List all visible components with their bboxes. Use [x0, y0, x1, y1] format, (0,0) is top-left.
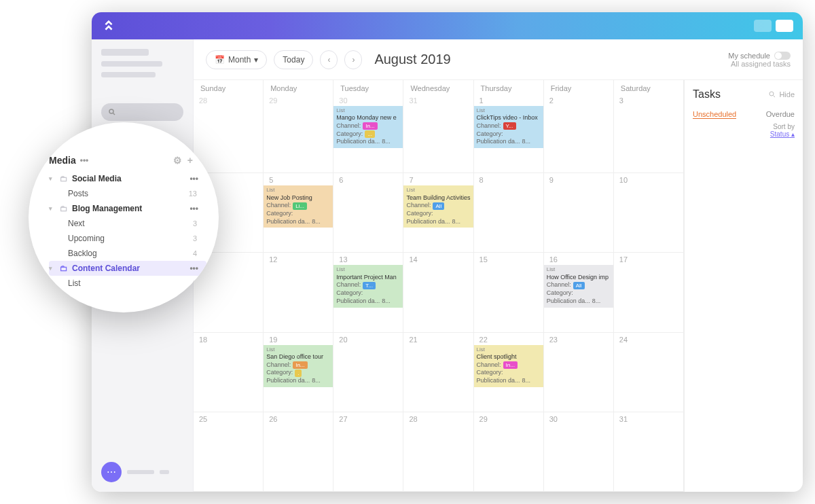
calendar-cell[interactable]: 3 [614, 94, 684, 173]
calendar-cell[interactable]: 15 [474, 253, 544, 332]
calendar-cell[interactable]: 17 [614, 253, 684, 332]
publication-label: Publication da... [477, 377, 520, 385]
list-name: Next [68, 219, 85, 228]
calendar-cell[interactable]: 31 [403, 94, 473, 173]
calendar-cell[interactable]: 9 [544, 173, 614, 253]
tab-overdue[interactable]: Overdue [766, 110, 795, 119]
today-button[interactable]: Today [274, 50, 313, 69]
date-number: 24 [614, 334, 683, 345]
folder-item[interactable]: ▾🗀Social Media••• [49, 171, 206, 186]
calendar-cell[interactable]: 26 [264, 412, 333, 492]
category-chip: . [295, 370, 302, 377]
task-card[interactable]: ListSan Diego office tourChannel: In...C… [264, 345, 333, 387]
calendar-cell[interactable]: 2 [544, 94, 614, 173]
calendar-cell[interactable]: 14 [403, 253, 473, 332]
calendar-cell[interactable]: 25 [194, 412, 264, 492]
calendar-cell[interactable]: 10 [614, 173, 684, 253]
list-item[interactable]: Posts13 [49, 186, 206, 201]
calendar-cell[interactable]: 21 [403, 333, 473, 412]
calendar-cell[interactable]: 20 [333, 333, 403, 412]
date-number: 14 [403, 254, 473, 265]
calendar-cell[interactable]: 31 [614, 412, 684, 492]
more-icon[interactable]: ••• [189, 174, 202, 183]
logo-icon [101, 18, 116, 33]
folder-item[interactable]: ▾🗀Content Calendar••• [49, 261, 206, 276]
publication-label: Publication da... [406, 218, 450, 226]
calendar-cell[interactable]: 28 [194, 94, 264, 173]
calendar-cell[interactable]: 28 [403, 412, 473, 492]
tab-unscheduled[interactable]: Unscheduled [693, 110, 736, 119]
placeholder [160, 470, 169, 474]
channel-label: Channel: [266, 361, 291, 370]
search-input[interactable] [101, 103, 183, 121]
calendar-cell[interactable]: 30 [544, 412, 614, 492]
hide-button[interactable]: Hide [768, 90, 795, 98]
day-header: Thursday [474, 80, 544, 94]
more-icon[interactable]: ••• [189, 264, 202, 273]
date-number: 27 [333, 414, 403, 425]
publication-label: Publication da... [266, 377, 310, 385]
calendar-cell[interactable]: 29 [474, 412, 544, 492]
task-title: New Job Posting [266, 194, 330, 202]
next-button[interactable]: › [344, 50, 362, 69]
plus-icon[interactable]: + [187, 155, 193, 166]
calendar-cell[interactable]: 18 [194, 333, 264, 412]
task-title: San Diego office tour [266, 353, 330, 361]
calendar-cell[interactable]: 13ListImportant Project ManChannel: T...… [333, 253, 403, 332]
task-card[interactable]: ListMango Monday new eChannel: In...Cate… [333, 106, 403, 148]
list-item[interactable]: Next3 [49, 216, 206, 231]
date-number: 22 [474, 334, 543, 345]
my-schedule-toggle[interactable] [774, 52, 791, 60]
task-card[interactable]: ListNew Job PostingChannel: Li...Categor… [264, 185, 333, 228]
topbar-pill[interactable] [776, 20, 793, 32]
channel-label: Channel: [477, 122, 501, 130]
list-item[interactable]: Backlog4 [49, 246, 206, 261]
publication-value: 8... [592, 298, 601, 306]
date-number: 28 [194, 95, 263, 106]
calendar-cell[interactable]: 1ListClickTips video - InboxChannel: Y..… [474, 94, 544, 173]
calendar-cell[interactable]: 29 [264, 94, 333, 173]
task-title: Important Project Man [336, 274, 400, 282]
calendar-cell[interactable]: 22ListClient spotlightChannel: In...Cate… [474, 333, 544, 412]
more-icon[interactable]: ••• [80, 156, 89, 165]
calendar-cell[interactable]: 27 [333, 412, 403, 492]
placeholder [101, 49, 149, 56]
view-selector[interactable]: 📅 Month ▾ [206, 50, 267, 69]
list-item[interactable]: Upcoming3 [49, 231, 206, 246]
calendar-cell[interactable]: 12 [264, 253, 333, 332]
day-header: Monday [264, 80, 333, 94]
calendar-cell[interactable]: 24 [614, 333, 684, 412]
task-type-label: List [266, 346, 330, 353]
date-number: 7 [403, 175, 473, 185]
prev-button[interactable]: ‹ [320, 50, 338, 69]
calendar-cell[interactable]: 6 [333, 173, 403, 253]
calendar-cell[interactable]: 16ListHow Office Design impChannel: AllC… [544, 253, 614, 332]
folder-item[interactable]: ▾🗀Blog Management••• [49, 201, 206, 216]
calendar-cell[interactable]: 23 [544, 333, 614, 412]
chat-button[interactable]: ⋯ [101, 462, 183, 482]
day-header: Wednesday [403, 80, 473, 94]
list-count: 3 [193, 234, 202, 242]
task-card[interactable]: ListTeam Building ActivitiesChannel: All… [403, 185, 473, 228]
task-card[interactable]: ListClickTips video - InboxChannel: Y...… [474, 106, 543, 148]
date-number: 23 [544, 334, 613, 345]
date-number: 30 [333, 95, 403, 106]
topbar-pill[interactable] [754, 20, 772, 32]
calendar-cell[interactable]: 30ListMango Monday new eChannel: In...Ca… [333, 94, 403, 173]
gear-icon[interactable]: ⚙ [173, 155, 182, 166]
task-type-label: List [406, 187, 470, 194]
task-card[interactable]: ListClient spotlightChannel: In...Catego… [474, 345, 543, 387]
date-number: 29 [474, 414, 543, 425]
task-card[interactable]: ListImportant Project ManChannel: T...Ca… [333, 265, 403, 307]
calendar-cell[interactable]: 19ListSan Diego office tourChannel: In..… [264, 333, 333, 412]
list-item[interactable]: List8 [49, 276, 206, 291]
folder-icon: 🗀 [60, 204, 68, 213]
sort-button[interactable]: Status ▴ [770, 130, 795, 138]
calendar-cell[interactable]: 5ListNew Job PostingChannel: Li...Catego… [264, 173, 333, 253]
calendar-cell[interactable]: 8 [474, 173, 544, 253]
date-number: 9 [544, 175, 613, 185]
more-icon[interactable]: ••• [189, 204, 202, 213]
calendar-cell[interactable]: 7ListTeam Building ActivitiesChannel: Al… [403, 173, 473, 253]
chevron-down-icon: ▾ [254, 55, 258, 65]
task-card[interactable]: ListHow Office Design impChannel: AllCat… [544, 265, 613, 307]
